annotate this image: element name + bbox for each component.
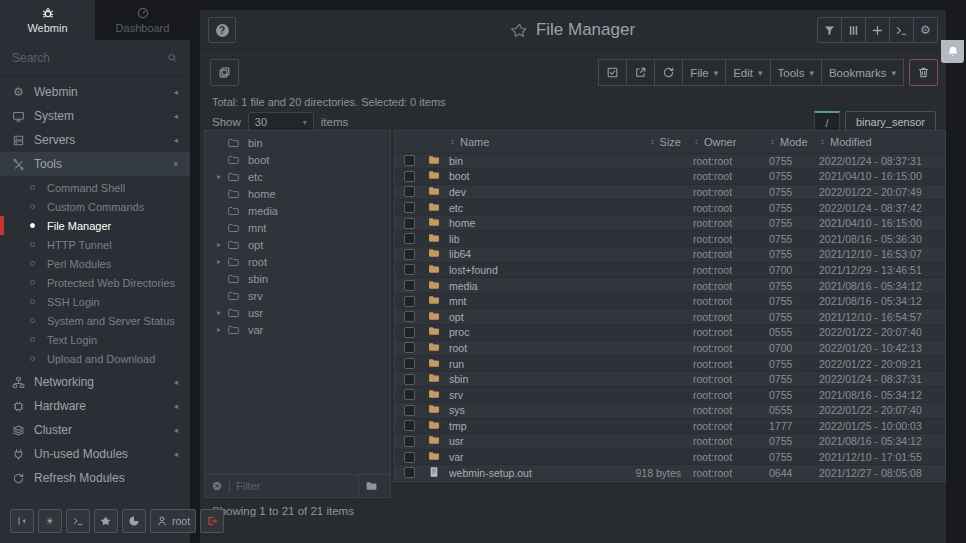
tree-item-sbin[interactable]: sbin xyxy=(205,270,390,287)
delete-button[interactable] xyxy=(909,59,938,86)
table-row-etc[interactable]: etcroot:root07552022/01/24 - 08:37:42 xyxy=(395,200,945,216)
settings-button[interactable]: ⚙ xyxy=(913,17,938,43)
sidebar-item-un-used-modules[interactable]: Un-used Modules◂ xyxy=(0,442,190,466)
clear-filter-icon[interactable] xyxy=(211,480,223,492)
tree-expand-icon[interactable]: ▸ xyxy=(217,325,227,334)
sidebar-item-tools[interactable]: Tools▾ xyxy=(0,152,190,176)
select-all-button[interactable] xyxy=(598,59,627,86)
sidebar-item-hardware[interactable]: Hardware◂ xyxy=(0,394,190,418)
theme-palette-button[interactable] xyxy=(122,509,146,533)
tree-expand-icon[interactable]: ▸ xyxy=(217,308,227,317)
sidebar-subitem-custom-commands[interactable]: Custom Commands xyxy=(0,197,190,216)
sidebar-subitem-text-login[interactable]: Text Login xyxy=(0,330,190,349)
row-checkbox[interactable] xyxy=(404,374,415,385)
sidebar-item-cluster[interactable]: Cluster◂ xyxy=(0,418,190,442)
tree-item-media[interactable]: media xyxy=(205,202,390,219)
column-header-size[interactable]: Size xyxy=(597,131,693,153)
row-checkbox[interactable] xyxy=(404,436,415,447)
sidebar-subitem-command-shell[interactable]: Command Shell xyxy=(0,178,190,197)
refresh-button[interactable] xyxy=(654,59,683,86)
paste-buffer-button[interactable] xyxy=(210,59,239,86)
columns-button[interactable] xyxy=(841,17,866,43)
table-row-usr[interactable]: usrroot:root07552021/08/16 - 05:34:12 xyxy=(395,434,945,450)
row-checkbox[interactable] xyxy=(404,358,415,369)
sidebar-item-system[interactable]: System◂ xyxy=(0,104,190,128)
tree-expand-icon[interactable]: ▸ xyxy=(217,257,227,266)
column-header-name[interactable]: Name xyxy=(449,131,597,153)
table-row-lost-found[interactable]: lost+foundroot:root07002021/12/29 - 13:4… xyxy=(395,262,945,278)
row-checkbox[interactable] xyxy=(404,467,415,478)
tab-webmin[interactable]: Webmin xyxy=(0,0,95,40)
table-row-dev[interactable]: devroot:root07552022/01/22 - 20:07:49 xyxy=(395,184,945,200)
table-row-media[interactable]: mediaroot:root07552021/08/16 - 05:34:12 xyxy=(395,278,945,294)
sidebar-item-webmin[interactable]: ⚙Webmin◂ xyxy=(0,80,190,104)
tree-item-opt[interactable]: ▸opt xyxy=(205,236,390,253)
help-button[interactable]: ? xyxy=(208,17,236,43)
row-checkbox[interactable] xyxy=(404,186,415,197)
tree-item-srv[interactable]: srv xyxy=(205,287,390,304)
sidebar-subitem-upload-and-download[interactable]: Upload and Download xyxy=(0,349,190,368)
table-row-opt[interactable]: optroot:root07552021/12/10 - 16:54:57 xyxy=(395,309,945,325)
menu-file[interactable]: File▾ xyxy=(682,59,726,86)
table-row-mnt[interactable]: mntroot:root07552021/08/16 - 05:34:12 xyxy=(395,293,945,309)
tree-item-var[interactable]: ▸var xyxy=(205,321,390,338)
tree-item-bin[interactable]: bin xyxy=(205,134,390,151)
filter-button[interactable] xyxy=(817,17,842,43)
tree-filter-input[interactable] xyxy=(236,480,358,492)
table-row-sys[interactable]: sysroot:root05552022/01/22 - 20:07:40 xyxy=(395,403,945,419)
row-checkbox[interactable] xyxy=(404,249,415,260)
row-checkbox[interactable] xyxy=(404,218,415,229)
tree-item-root[interactable]: ▸root xyxy=(205,253,390,270)
table-row-home[interactable]: homeroot:root07552021/04/10 - 16:15:00 xyxy=(395,215,945,231)
row-checkbox[interactable] xyxy=(404,280,415,291)
sidebar-item-refresh-modules[interactable]: Refresh Modules xyxy=(0,466,190,490)
favorites-button[interactable] xyxy=(94,509,118,533)
sidebar-subitem-http-tunnel[interactable]: HTTP Tunnel xyxy=(0,235,190,254)
tree-item-etc[interactable]: ▸etc xyxy=(205,168,390,185)
menu-tools[interactable]: Tools▾ xyxy=(770,59,822,86)
table-row-tmp[interactable]: tmproot:root17772022/01/25 - 10:00:03 xyxy=(395,418,945,434)
sidebar-subitem-ssh-login[interactable]: SSH Login xyxy=(0,292,190,311)
favorite-star-icon[interactable] xyxy=(511,22,528,39)
row-checkbox[interactable] xyxy=(404,264,415,275)
menu-bookmarks[interactable]: Bookmarks▾ xyxy=(821,59,904,86)
table-row-bin[interactable]: binroot:root07552022/01/24 - 08:37:31 xyxy=(395,153,945,169)
notifications-tab[interactable] xyxy=(941,40,964,63)
table-row-webmin-setup-out[interactable]: webmin-setup.out918 bytesroot:root064420… xyxy=(395,465,945,481)
row-checkbox[interactable] xyxy=(404,296,415,307)
row-checkbox[interactable] xyxy=(404,389,415,400)
table-row-root[interactable]: rootroot:root07002022/01/20 - 10:42:13 xyxy=(395,340,945,356)
row-checkbox[interactable] xyxy=(404,202,415,213)
open-in-button[interactable] xyxy=(626,59,655,86)
row-checkbox[interactable] xyxy=(404,452,415,463)
search-input[interactable] xyxy=(12,51,167,65)
row-checkbox[interactable] xyxy=(404,420,415,431)
column-header-mode[interactable]: Mode xyxy=(769,131,819,153)
collapse-sidebar-button[interactable] xyxy=(10,509,34,533)
sidebar-subitem-system-and-server-status[interactable]: System and Server Status xyxy=(0,311,190,330)
row-checkbox[interactable] xyxy=(404,155,415,166)
sidebar-subitem-protected-web-directories[interactable]: Protected Web Directories xyxy=(0,273,190,292)
tab-dashboard[interactable]: Dashboard xyxy=(95,0,190,40)
table-row-proc[interactable]: procroot:root05552022/01/22 - 20:07:40 xyxy=(395,325,945,341)
table-row-boot[interactable]: bootroot:root07552021/04/10 - 16:15:00 xyxy=(395,169,945,185)
table-row-srv[interactable]: srvroot:root07552021/08/16 - 05:34:12 xyxy=(395,387,945,403)
shell-button[interactable] xyxy=(66,509,90,533)
tree-item-mnt[interactable]: mnt xyxy=(205,219,390,236)
table-row-var[interactable]: varroot:root07552021/12/10 - 17:01:55 xyxy=(395,449,945,465)
tree-item-boot[interactable]: boot xyxy=(205,151,390,168)
column-header-owner[interactable]: Owner xyxy=(693,131,769,153)
theme-brightness-button[interactable]: ☀ xyxy=(38,509,62,533)
sidebar-item-networking[interactable]: Networking◂ xyxy=(0,370,190,394)
menu-edit[interactable]: Edit▾ xyxy=(725,59,770,86)
user-button[interactable]: root xyxy=(150,509,196,533)
tree-expand-icon[interactable]: ▸ xyxy=(217,172,227,181)
add-button[interactable] xyxy=(865,17,890,43)
row-checkbox[interactable] xyxy=(404,327,415,338)
table-row-lib[interactable]: libroot:root07552021/08/16 - 05:36:30 xyxy=(395,231,945,247)
terminal-button[interactable] xyxy=(889,17,914,43)
column-header-modified[interactable]: Modified xyxy=(819,131,945,153)
row-checkbox[interactable] xyxy=(404,311,415,322)
tree-item-usr[interactable]: ▸usr xyxy=(205,304,390,321)
sidebar-subitem-file-manager[interactable]: File Manager xyxy=(0,216,190,235)
